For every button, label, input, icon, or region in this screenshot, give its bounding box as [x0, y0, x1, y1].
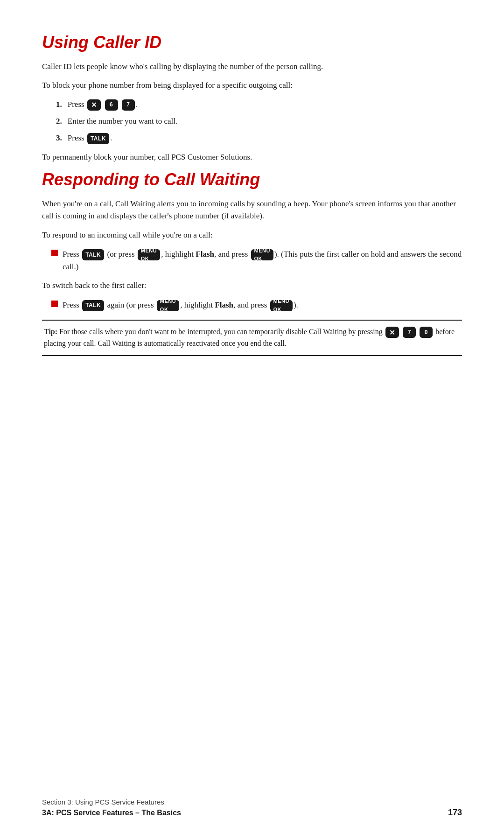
- tip-key-7: 7: [403, 327, 416, 338]
- key-menu2: MENUOK: [251, 249, 273, 260]
- key-menu1: MENUOK: [138, 249, 160, 260]
- bullet1-icon: [51, 250, 58, 256]
- tip-box: Tip: For those calls where you don't wan…: [42, 320, 462, 356]
- section2-bullets2: Press TALK again (or press MENUOK, highl…: [51, 299, 462, 311]
- step3-num: 3.: [56, 132, 62, 144]
- step-2: 2. Enter the number you want to call.: [56, 115, 462, 127]
- key-menu3: MENUOK: [157, 300, 179, 311]
- key-star: ✕: [87, 99, 101, 111]
- section1-outro: To permanently block your number, call P…: [42, 151, 462, 163]
- footer-page-number: 173: [448, 808, 462, 818]
- section1-intro1: Caller ID lets people know who's calling…: [42, 61, 462, 73]
- bullet2-icon: [51, 301, 58, 307]
- bullet2-item: Press TALK again (or press MENUOK, highl…: [51, 299, 462, 311]
- step3-text: Press TALK.: [68, 132, 112, 144]
- step1-text: Press ✕ 6 7.: [68, 98, 138, 111]
- step-3: 3. Press TALK.: [56, 132, 462, 144]
- tip-key-0: 0: [420, 327, 433, 338]
- step2-num: 2.: [56, 115, 62, 127]
- footer-bottom: 3A: PCS Service Features – The Basics 17…: [42, 808, 462, 818]
- step1-num: 1.: [56, 98, 62, 111]
- section2-title: Responding to Call Waiting: [42, 170, 462, 189]
- section2-intro1: When you're on a call, Call Waiting aler…: [42, 198, 462, 223]
- tip-content: Tip: For those calls where you don't wan…: [44, 328, 455, 347]
- key-6: 6: [105, 99, 118, 111]
- key-talk-2: TALK: [82, 249, 104, 260]
- page-content: Using Caller ID Caller ID lets people kn…: [0, 0, 504, 423]
- section1-title: Using Caller ID: [42, 33, 462, 52]
- key-talk-3: TALK: [82, 300, 104, 311]
- tip-label: Tip:: [44, 328, 57, 336]
- key-talk-1: TALK: [87, 133, 109, 144]
- section2-bullets1: Press TALK (or press MENUOK, highlight F…: [51, 248, 462, 273]
- key-7: 7: [122, 99, 135, 111]
- footer-section: Section 3: Using PCS Service Features: [42, 798, 462, 806]
- section2-intro3: To switch back to the first caller:: [42, 280, 462, 292]
- page-footer: Section 3: Using PCS Service Features 3A…: [42, 798, 462, 818]
- bullet1-text: Press TALK (or press MENUOK, highlight F…: [63, 248, 462, 273]
- step2-text: Enter the number you want to call.: [68, 115, 178, 127]
- section1-intro2: To block your phone number from being di…: [42, 79, 462, 91]
- key-menu4: MENUOK: [270, 300, 293, 311]
- bullet1-item: Press TALK (or press MENUOK, highlight F…: [51, 248, 462, 273]
- tip-key-star: ✕: [385, 327, 399, 338]
- footer-subsection: 3A: PCS Service Features – The Basics: [42, 809, 181, 817]
- bullet2-text: Press TALK again (or press MENUOK, highl…: [63, 299, 298, 311]
- section1-steps: 1. Press ✕ 6 7. 2. Enter the number you …: [56, 98, 462, 145]
- section2-intro2: To respond to an incoming call while you…: [42, 229, 462, 241]
- step-1: 1. Press ✕ 6 7.: [56, 98, 462, 111]
